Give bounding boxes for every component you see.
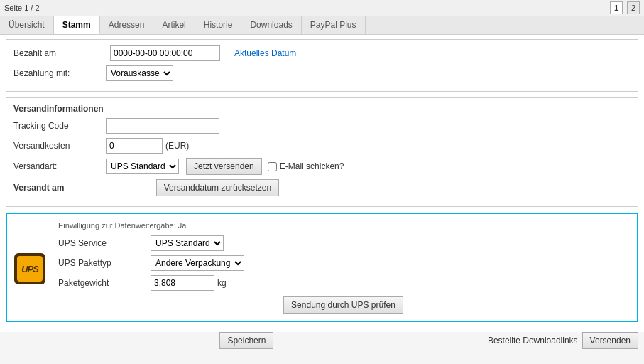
speichern-button[interactable]: Speichern bbox=[219, 332, 273, 349]
page-2-btn[interactable]: 2 bbox=[627, 1, 640, 14]
page-1-btn[interactable]: 1 bbox=[610, 1, 623, 14]
ups-pakettyp-row: UPS Pakettyp Andere Verpackung bbox=[58, 255, 628, 271]
aktuelles-datum-link[interactable]: Aktuelles Datum bbox=[234, 48, 296, 58]
email-schicken-checkbox[interactable] bbox=[268, 162, 277, 171]
bezahlt-am-label: Bezahlt am bbox=[13, 48, 106, 58]
save-area: Speichern bbox=[6, 332, 488, 349]
currency-label: (EUR) bbox=[165, 141, 189, 151]
ups-content: Einwilligung zur Datenweitergabe: Ja UPS… bbox=[58, 221, 628, 314]
ups-pruefen-row: Sendung durch UPS prüfen bbox=[58, 296, 628, 314]
sendung-pruefen-button[interactable]: Sendung durch UPS prüfen bbox=[283, 296, 403, 314]
bottom-area: Speichern Bestellte Downloadlinks Versen… bbox=[0, 332, 644, 355]
tab-stamm[interactable]: Stamm bbox=[54, 16, 100, 34]
tab-historie[interactable]: Historie bbox=[195, 16, 242, 34]
versandt-am-row: Versandt am – Versanddatum zurücksetzen bbox=[13, 179, 631, 196]
ups-service-label: UPS Service bbox=[58, 238, 151, 248]
versandart-row: Versandart: UPS Standard Jetzt versenden… bbox=[13, 158, 631, 175]
email-schicken-row: E-Mail schicken? bbox=[268, 161, 344, 171]
versandkosten-input[interactable] bbox=[106, 138, 163, 154]
ups-logo-text: UPS bbox=[17, 256, 43, 282]
main-content: Bezahlt am Aktuelles Datum Bezahlung mit… bbox=[0, 35, 644, 332]
top-bar: Seite 1 / 2 1 2 bbox=[0, 0, 644, 16]
versenden-button[interactable]: Versenden bbox=[582, 332, 638, 349]
tab-artikel[interactable]: Artikel bbox=[153, 16, 195, 34]
tab-adressen[interactable]: Adressen bbox=[100, 16, 154, 34]
paketgewicht-row: Paketgewicht kg bbox=[58, 275, 628, 291]
versandart-select[interactable]: UPS Standard bbox=[106, 159, 179, 174]
page-info: Seite 1 / 2 bbox=[4, 4, 40, 12]
bezahlung-mit-row: Bezahlung mit: Vorauskasse bbox=[13, 65, 631, 81]
paketgewicht-input[interactable] bbox=[151, 275, 214, 291]
versandkosten-row: Versandkosten (EUR) bbox=[13, 138, 631, 154]
versanddatum-zuruecksetzen-button[interactable]: Versanddatum zurücksetzen bbox=[156, 179, 279, 196]
ups-pakettyp-label: UPS Pakettyp bbox=[58, 258, 151, 268]
versandinformationen-title: Versandinformationen bbox=[13, 104, 631, 114]
tab-bar: Übersicht Stamm Adressen Artikel Histori… bbox=[0, 16, 644, 35]
jetzt-versenden-button[interactable]: Jetzt versenden bbox=[186, 158, 262, 175]
tab-paypal-plus[interactable]: PayPal Plus bbox=[302, 16, 366, 34]
paketgewicht-label: Paketgewicht bbox=[58, 278, 151, 288]
ups-service-select[interactable]: UPS Standard bbox=[151, 235, 224, 251]
ups-logo: UPS bbox=[14, 253, 45, 284]
payment-section: Bezahlt am Aktuelles Datum Bezahlung mit… bbox=[6, 39, 638, 92]
bezahlt-am-input[interactable] bbox=[110, 46, 220, 61]
ups-service-row: UPS Service UPS Standard bbox=[58, 235, 628, 251]
versandart-label: Versandart: bbox=[13, 161, 106, 171]
bestellte-downloadlinks-label: Bestellte Downloadlinks bbox=[488, 336, 578, 346]
page-navigation: 1 2 bbox=[610, 1, 640, 14]
email-schicken-label: E-Mail schicken? bbox=[280, 161, 344, 171]
tab-downloads[interactable]: Downloads bbox=[241, 16, 301, 34]
download-area: Bestellte Downloadlinks Versenden bbox=[488, 332, 638, 349]
ups-pakettyp-select[interactable]: Andere Verpackung bbox=[151, 255, 244, 271]
tab-uebersicht[interactable]: Übersicht bbox=[0, 16, 54, 34]
bezahlung-mit-select[interactable]: Vorauskasse bbox=[106, 65, 173, 81]
bezahlung-mit-label: Bezahlung mit: bbox=[13, 68, 106, 78]
bezahlt-am-row: Bezahlt am Aktuelles Datum bbox=[13, 46, 631, 61]
tracking-code-input[interactable] bbox=[106, 118, 219, 134]
shipping-section: Versandinformationen Tracking Code Versa… bbox=[6, 97, 638, 207]
versandt-am-label: Versandt am bbox=[13, 183, 106, 193]
tracking-code-label: Tracking Code bbox=[13, 121, 106, 131]
versandt-am-value: – bbox=[109, 183, 114, 193]
tracking-code-row: Tracking Code bbox=[13, 118, 631, 134]
kg-label: kg bbox=[217, 278, 227, 288]
versandkosten-label: Versandkosten bbox=[13, 141, 106, 151]
ups-section: UPS Einwilligung zur Datenweitergabe: Ja… bbox=[6, 213, 638, 322]
einwilligung-label: Einwilligung zur Datenweitergabe: Ja bbox=[58, 221, 628, 230]
